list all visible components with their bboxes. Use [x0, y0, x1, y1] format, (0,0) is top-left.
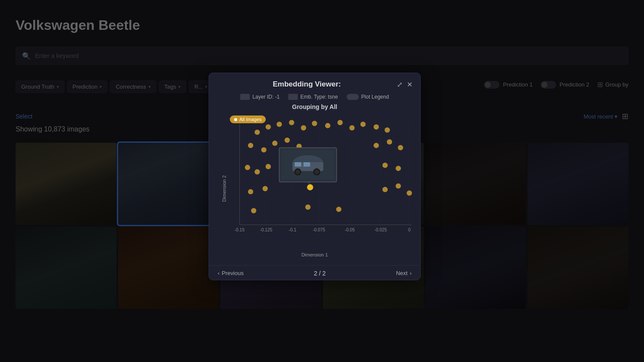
page-indicator: 2 / 2: [314, 270, 325, 277]
svg-point-47: [336, 207, 341, 212]
next-arrow-icon: ›: [410, 270, 412, 276]
svg-point-21: [325, 123, 330, 128]
svg-point-54: [296, 170, 300, 174]
svg-text:-0.1: -0.1: [289, 227, 296, 232]
svg-point-45: [251, 208, 256, 213]
page-total: 2: [322, 270, 326, 277]
badge-dot: [234, 118, 237, 121]
next-label: Next: [396, 270, 408, 276]
svg-point-35: [245, 165, 250, 170]
svg-point-23: [349, 125, 354, 130]
expand-button[interactable]: ⤢: [397, 80, 402, 89]
modal-header: Embedding Viewer: ⤢ ✕: [209, 73, 420, 92]
modal-footer: ‹ Previous 2 / 2 Next ›: [209, 265, 420, 282]
layer-id-icon: [240, 94, 250, 100]
close-button[interactable]: ✕: [407, 80, 412, 89]
svg-text:-0.125: -0.125: [260, 227, 272, 232]
svg-point-32: [374, 143, 379, 148]
svg-text:0: 0: [408, 227, 411, 232]
layer-id-control: Layer ID: -1: [240, 94, 280, 100]
svg-point-16: [266, 124, 271, 129]
layer-id-label: Layer ID: -1: [252, 94, 280, 100]
modal-title: Embedding Viewer:: [217, 80, 397, 89]
previous-button[interactable]: ‹ Previous: [218, 270, 244, 276]
dimension-x-label: Dimension 1: [301, 252, 328, 257]
modal-actions: ⤢ ✕: [397, 80, 412, 89]
scatter-chart: -0.15 -0.125 -0.1 -0.075 -0.05 -0.025 0: [226, 114, 416, 248]
svg-point-33: [387, 139, 392, 144]
svg-point-30: [284, 138, 290, 143]
prev-arrow-icon: ‹: [218, 270, 219, 276]
svg-point-46: [305, 205, 310, 210]
svg-text:-0.05: -0.05: [345, 227, 355, 232]
all-images-label: All Images: [239, 117, 261, 122]
svg-point-15: [254, 130, 260, 135]
svg-point-22: [338, 120, 343, 125]
svg-point-24: [361, 122, 366, 127]
svg-point-19: [301, 125, 306, 130]
svg-point-25: [374, 124, 379, 129]
svg-point-41: [263, 186, 268, 191]
svg-point-44: [407, 190, 412, 195]
svg-point-28: [261, 147, 266, 152]
svg-point-48: [307, 184, 313, 190]
next-button[interactable]: Next ›: [396, 270, 412, 276]
dimension-y-label: Dimension 2: [222, 175, 227, 202]
plot-legend-label: Plot Legend: [361, 94, 389, 100]
emb-type-label: Emb. Type: tsne: [300, 94, 338, 100]
svg-point-38: [383, 163, 388, 168]
plot-legend-toggle[interactable]: [347, 94, 359, 100]
svg-point-26: [385, 128, 390, 133]
svg-text:-0.075: -0.075: [312, 227, 325, 232]
svg-point-29: [272, 141, 277, 146]
svg-point-37: [266, 164, 271, 169]
svg-text:-0.025: -0.025: [374, 227, 387, 232]
svg-point-42: [383, 187, 388, 192]
svg-rect-58: [303, 162, 310, 167]
svg-rect-57: [295, 162, 301, 167]
svg-point-56: [315, 170, 319, 174]
plot-legend-control: Plot Legend: [347, 94, 389, 100]
modal-controls: Layer ID: -1 Emb. Type: tsne Plot Legend: [209, 92, 420, 103]
svg-point-17: [277, 122, 282, 127]
emb-type-control: Emb. Type: tsne: [288, 94, 338, 100]
svg-point-34: [398, 145, 403, 150]
svg-point-36: [254, 169, 260, 174]
emb-type-icon: [288, 94, 298, 100]
all-images-badge[interactable]: All Images: [230, 115, 266, 123]
previous-label: Previous: [222, 270, 244, 276]
grouping-label: Grouping by All: [209, 103, 420, 112]
page-separator: /: [319, 270, 322, 277]
svg-text:-0.15: -0.15: [235, 227, 245, 232]
svg-point-43: [396, 183, 401, 189]
chart-area: All Images Dimension 2 Dimension 1 -0.15…: [209, 112, 420, 265]
svg-point-20: [312, 121, 317, 126]
svg-point-27: [248, 143, 253, 148]
svg-point-39: [396, 166, 401, 171]
page-current: 2: [314, 270, 317, 277]
svg-point-40: [248, 189, 253, 194]
embedding-viewer-modal: Embedding Viewer: ⤢ ✕ Layer ID: -1 Emb. …: [209, 73, 421, 280]
svg-point-18: [289, 120, 294, 125]
